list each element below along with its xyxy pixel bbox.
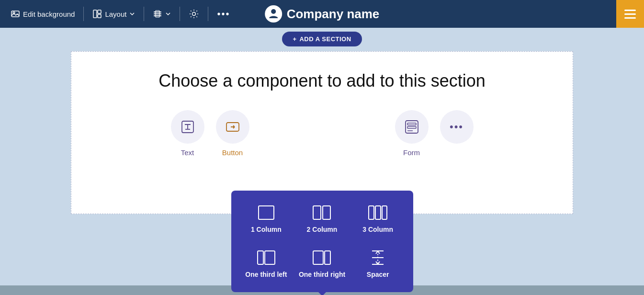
one-third-left-icon (257, 249, 276, 266)
svg-rect-0 (11, 11, 19, 17)
svg-rect-21 (313, 251, 323, 264)
chevron-down-icon (129, 11, 135, 17)
svg-rect-16 (369, 206, 374, 219)
edit-background-label: Edit background (23, 10, 75, 18)
svg-rect-5 (154, 11, 161, 12)
svg-rect-20 (265, 251, 275, 264)
button-icon (224, 118, 241, 136)
text-icon-circle (171, 110, 204, 144)
two-column-item[interactable]: 2 Column (296, 200, 348, 238)
hamburger-line-2 (624, 13, 636, 15)
two-column-icon (312, 204, 331, 221)
svg-rect-18 (382, 206, 387, 219)
align-icon (153, 9, 162, 19)
company-logo (265, 5, 282, 23)
button-icon-circle (216, 110, 249, 144)
hamburger-line-1 (624, 10, 636, 11)
edit-background-button[interactable]: Edit background (6, 6, 79, 22)
plus-icon: + (293, 35, 296, 43)
edit-bg-icon (11, 9, 20, 19)
one-third-right-item[interactable]: One third right (296, 245, 348, 283)
nav-divider-4 (208, 7, 208, 21)
text-component-item[interactable]: Text (171, 110, 204, 157)
gear-icon (189, 9, 199, 19)
svg-rect-3 (98, 10, 101, 13)
one-third-right-label: One third right (299, 270, 345, 279)
add-section-top-container: + ADD A SECTION (0, 32, 644, 46)
svg-rect-19 (258, 251, 263, 264)
one-third-right-icon (312, 249, 331, 266)
add-section-top-button[interactable]: + ADD A SECTION (282, 32, 362, 46)
one-third-left-item[interactable]: One third left (241, 245, 292, 283)
form-icon (403, 118, 420, 136)
settings-button[interactable] (184, 6, 204, 22)
svg-rect-17 (375, 206, 381, 219)
three-column-item[interactable]: 3 Column (352, 200, 404, 238)
hamburger-button[interactable] (616, 0, 644, 28)
more-dots: ••• (217, 9, 230, 20)
form-icon-circle (395, 110, 429, 144)
one-column-icon (257, 204, 276, 221)
svg-rect-7 (154, 15, 161, 16)
svg-rect-22 (325, 251, 330, 264)
more-button[interactable]: ••• (212, 6, 235, 23)
align-button[interactable] (148, 6, 176, 22)
nav-toolbar: Edit background Layout (6, 6, 235, 23)
svg-rect-4 (98, 14, 101, 18)
svg-rect-28 (407, 123, 416, 125)
more-icon-circle: ••• (440, 110, 474, 144)
button-label: Button (222, 148, 243, 157)
layout-icon (92, 9, 102, 19)
more-component-item[interactable]: ••• (440, 110, 474, 144)
svg-rect-2 (93, 10, 97, 18)
layout-label: Layout (105, 10, 126, 18)
svg-rect-6 (154, 13, 161, 14)
one-column-label: 1 Column (251, 225, 282, 234)
form-label: Form (403, 148, 420, 157)
chevron-down-icon-2 (165, 11, 171, 17)
add-section-top-label: ADD A SECTION (299, 35, 351, 43)
three-column-label: 3 Column (362, 225, 393, 234)
nav-divider-1 (83, 7, 84, 21)
hamburger-line-3 (624, 17, 636, 19)
one-third-left-label: One third left (245, 270, 287, 279)
svg-point-9 (192, 12, 196, 16)
svg-rect-13 (259, 206, 274, 219)
svg-rect-14 (313, 206, 321, 219)
three-column-icon (368, 204, 387, 221)
spacer-label: Spacer (367, 270, 389, 279)
svg-rect-15 (323, 206, 330, 219)
nav-divider-3 (180, 7, 180, 21)
company-name-header: Company name (265, 5, 380, 23)
spacer-icon (368, 249, 387, 266)
component-row: Text Button 1 Column (81, 110, 563, 157)
nav-divider-2 (144, 7, 144, 21)
svg-point-10 (271, 9, 276, 14)
button-component-item[interactable]: Button (216, 110, 249, 157)
section-title: Choose a component to add to this sectio… (158, 71, 485, 91)
text-icon (179, 118, 196, 136)
svg-rect-29 (407, 126, 416, 128)
main-content-area: Choose a component to add to this sectio… (71, 51, 573, 214)
dropdown-grid: 1 Column 2 Column (241, 200, 404, 283)
company-name-text: Company name (287, 7, 380, 22)
spacer-item[interactable]: Spacer (352, 245, 404, 283)
form-component-item[interactable]: Form (395, 110, 429, 157)
text-label: Text (181, 148, 194, 157)
top-nav: Edit background Layout (0, 0, 644, 28)
two-column-label: 2 Column (307, 225, 338, 234)
layout-dropdown-panel: 1 Column 2 Column (231, 191, 413, 292)
layout-button[interactable]: Layout (88, 6, 140, 22)
more-dots-icon: ••• (450, 121, 463, 133)
one-column-item[interactable]: 1 Column (241, 200, 292, 238)
